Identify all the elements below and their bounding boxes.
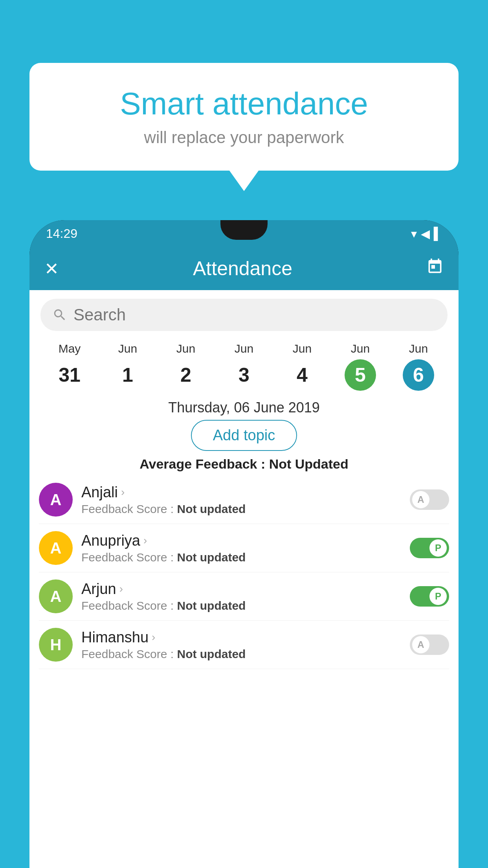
student-feedback: Feedback Score : Not updated: [81, 502, 401, 516]
avatar: A: [39, 483, 73, 517]
student-item[interactable]: AAnupriya ›Feedback Score : Not updatedP: [39, 524, 449, 572]
toggle-knob: P: [429, 588, 447, 605]
average-feedback: Average Feedback : Not Updated: [29, 456, 459, 472]
bubble-subtitle: will replace your paperwork: [57, 128, 431, 147]
student-name: Anjali ›: [81, 484, 401, 501]
calendar-strip: May31Jun1Jun2Jun3Jun4Jun5Jun6: [29, 335, 459, 395]
cal-date-number: 5: [345, 359, 376, 391]
bubble-title: Smart attendance: [57, 86, 431, 121]
battery-icon: ▌: [434, 227, 442, 240]
cal-date-number: 3: [228, 359, 260, 391]
calendar-day[interactable]: Jun1: [99, 342, 157, 391]
student-info: Himanshu ›Feedback Score : Not updated: [81, 629, 401, 661]
avatar: A: [39, 531, 73, 565]
present-toggle[interactable]: P: [410, 538, 449, 558]
cal-month-label: Jun: [235, 342, 253, 355]
student-name: Himanshu ›: [81, 629, 401, 646]
cal-date-number: 4: [286, 359, 318, 391]
toggle-knob: A: [412, 491, 429, 508]
chevron-icon: ›: [119, 583, 123, 595]
student-list: AAnjali ›Feedback Score : Not updatedAAA…: [29, 476, 459, 669]
cal-date-number: 31: [54, 359, 85, 391]
calendar-day[interactable]: Jun2: [157, 342, 215, 391]
student-feedback: Feedback Score : Not updated: [81, 551, 401, 564]
avatar: A: [39, 579, 73, 613]
signal-icon: ◀: [421, 227, 430, 241]
status-bar: 14:29 ▾ ◀ ▌: [29, 220, 459, 247]
chevron-icon: ›: [143, 534, 147, 547]
avg-feedback-label: Average Feedback :: [139, 456, 265, 471]
calendar-day[interactable]: Jun5: [331, 342, 389, 391]
toggle-knob: P: [429, 539, 447, 557]
content-area: May31Jun1Jun2Jun3Jun4Jun5Jun6 Thursday, …: [29, 290, 459, 868]
search-input[interactable]: [73, 305, 436, 324]
chevron-icon: ›: [152, 631, 155, 644]
close-button[interactable]: ✕: [44, 259, 59, 279]
calendar-day[interactable]: Jun4: [273, 342, 331, 391]
speech-bubble: Smart attendance will replace your paper…: [29, 63, 459, 171]
cal-date-number: 6: [403, 359, 434, 391]
cal-month-label: Jun: [293, 342, 312, 355]
cal-month-label: May: [59, 342, 81, 355]
search-icon: [52, 307, 67, 322]
status-icons: ▾ ◀ ▌: [411, 227, 442, 241]
phone-frame: 14:29 ▾ ◀ ▌ ✕ Attendance May31Jun1Jun2Ju…: [29, 220, 459, 868]
cal-month-label: Jun: [351, 342, 370, 355]
notch: [220, 220, 268, 240]
app-bar: ✕ Attendance: [29, 247, 459, 290]
absent-toggle[interactable]: A: [410, 634, 449, 655]
student-info: Anjali ›Feedback Score : Not updated: [81, 484, 401, 516]
cal-month-label: Jun: [118, 342, 137, 355]
wifi-icon: ▾: [411, 227, 417, 241]
avg-feedback-value: Not Updated: [269, 456, 349, 471]
search-bar[interactable]: [40, 299, 448, 331]
cal-date-number: 2: [170, 359, 202, 391]
absent-toggle[interactable]: A: [410, 489, 449, 510]
student-item[interactable]: HHimanshu ›Feedback Score : Not updatedA: [39, 621, 449, 669]
cal-month-label: Jun: [176, 342, 195, 355]
add-topic-button[interactable]: Add topic: [191, 420, 297, 451]
toggle-knob: A: [412, 636, 429, 653]
cal-month-label: Jun: [409, 342, 428, 355]
student-item[interactable]: AAnjali ›Feedback Score : Not updatedA: [39, 476, 449, 524]
calendar-icon[interactable]: [426, 258, 444, 279]
student-feedback: Feedback Score : Not updated: [81, 599, 401, 612]
calendar-day[interactable]: Jun6: [389, 342, 448, 391]
status-time: 14:29: [46, 226, 77, 241]
avatar: H: [39, 628, 73, 662]
app-bar-title: Attendance: [193, 257, 292, 280]
chevron-icon: ›: [121, 486, 125, 498]
student-name: Arjun ›: [81, 581, 401, 598]
calendar-day[interactable]: Jun3: [215, 342, 273, 391]
student-item[interactable]: AArjun ›Feedback Score : Not updatedP: [39, 572, 449, 621]
student-info: Arjun ›Feedback Score : Not updated: [81, 581, 401, 612]
student-name: Anupriya ›: [81, 532, 401, 549]
student-feedback: Feedback Score : Not updated: [81, 647, 401, 661]
selected-date: Thursday, 06 June 2019: [29, 399, 459, 416]
cal-date-number: 1: [112, 359, 143, 391]
calendar-day[interactable]: May31: [40, 342, 99, 391]
student-info: Anupriya ›Feedback Score : Not updated: [81, 532, 401, 564]
present-toggle[interactable]: P: [410, 586, 449, 607]
